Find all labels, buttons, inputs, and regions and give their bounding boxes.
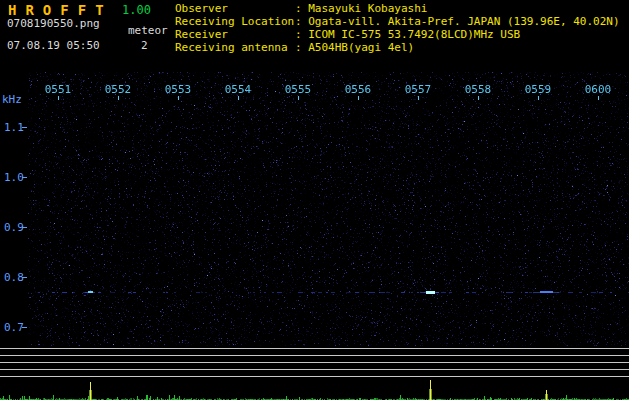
x-axis-tick [298, 96, 299, 100]
x-axis-tick [58, 96, 59, 100]
x-axis-tick-label: 0551 [45, 83, 72, 96]
info-row-antenna: Receiving antenna : A504HB(yagi 4el) [175, 41, 620, 54]
spectrogram-canvas [28, 72, 629, 346]
y-axis-tick [22, 277, 27, 278]
info-row-receiver: Receiver : ICOM IC-575 53.7492(8LCD)MHz … [175, 28, 620, 41]
x-axis-tick-label: 0553 [165, 83, 192, 96]
x-axis-tick-label: 0556 [345, 83, 372, 96]
x-axis-tick [418, 96, 419, 100]
hrofft-output: HROFFT 1.00 0708190550.png meteor 07.08.… [0, 0, 629, 400]
x-axis-tick-label: 0555 [285, 83, 312, 96]
x-axis-tick [238, 96, 239, 100]
info-separator: : [295, 41, 308, 54]
x-axis-tick [118, 96, 119, 100]
station-info: Observer : Masayuki Kobayashi Receiving … [175, 2, 620, 54]
y-axis-tick [22, 327, 27, 328]
info-separator: : [295, 28, 308, 41]
info-value: Ogata-vill. Akita-Pref. JAPAN (139.96E, … [308, 15, 619, 28]
app-title: HROFFT [8, 2, 113, 18]
x-axis-tick-label: 0554 [225, 83, 252, 96]
output-filename: 0708190550.png [7, 17, 100, 30]
y-axis-tick [22, 227, 27, 228]
info-value: Masayuki Kobayashi [308, 2, 427, 15]
y-axis-tick-label: 0.9 [4, 221, 24, 234]
info-row-location: Receiving Location : Ogata-vill. Akita-P… [175, 15, 620, 28]
x-axis-tick-label: 0557 [405, 83, 432, 96]
x-axis-tick-label: 0559 [525, 83, 552, 96]
long-echo-grid [0, 348, 629, 377]
y-axis-tick-label: 1.1 [4, 121, 24, 134]
info-separator: : [295, 15, 308, 28]
x-axis-tick-label: 0558 [465, 83, 492, 96]
meteor-count-label: meteor [128, 24, 168, 37]
x-axis-tick [538, 96, 539, 100]
x-axis-tick-label: 0552 [105, 83, 132, 96]
info-separator: : [295, 2, 308, 15]
signal-canvas [0, 377, 629, 400]
meteor-count-value: 2 [141, 39, 148, 52]
x-axis-tick [178, 96, 179, 100]
info-label: Receiver [175, 28, 295, 41]
spectrogram: kHz 055105520553055405550556055705580559… [0, 72, 629, 346]
info-label: Receiving Location [175, 15, 295, 28]
info-value: A504HB(yagi 4el) [308, 41, 414, 54]
y-axis-tick [22, 127, 27, 128]
y-axis-unit: kHz [2, 93, 22, 106]
x-axis-tick [358, 96, 359, 100]
info-label: Observer [175, 2, 295, 15]
observation-datetime: 07.08.19 05:50 [7, 39, 100, 52]
y-axis-tick-label: 0.7 [4, 321, 24, 334]
x-axis-tick-label: 0600 [585, 83, 612, 96]
info-row-observer: Observer : Masayuki Kobayashi [175, 2, 620, 15]
info-label: Receiving antenna [175, 41, 295, 54]
y-axis-tick-label: 0.8 [4, 271, 24, 284]
app-version: 1.00 [122, 3, 151, 17]
info-value: ICOM IC-575 53.7492(8LCD)MHz USB [308, 28, 520, 41]
y-axis-tick-label: 1.0 [4, 171, 24, 184]
x-axis-tick [478, 96, 479, 100]
y-axis-tick [22, 177, 27, 178]
x-axis-tick [598, 96, 599, 100]
